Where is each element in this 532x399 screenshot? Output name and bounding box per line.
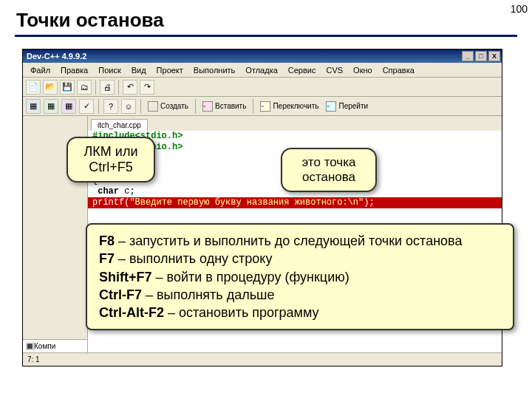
toolbar-secondary: ▦ ▦ ▦ ✓ ? ☺ Создать ◦Вставить ◦Переключи…	[23, 97, 502, 116]
sidebar-tab-label: Компи	[34, 342, 55, 350]
compile-icon[interactable]: ▦	[26, 99, 41, 114]
print-icon[interactable]: 🖨	[100, 80, 115, 95]
help-icon[interactable]: ?	[103, 99, 118, 114]
title-underline	[15, 35, 517, 37]
redo-icon[interactable]: ↷	[140, 80, 154, 95]
menu-cvs[interactable]: CVS	[321, 64, 347, 76]
menu-search[interactable]: Поиск	[94, 64, 125, 76]
toggle-icon: ◦	[260, 101, 270, 112]
toolbar-main: 📄 📂 💾 🗂 🖨 ↶ ↷	[23, 78, 502, 97]
menu-help[interactable]: Справка	[378, 64, 419, 76]
callout-text: Ctrl+F5	[78, 160, 143, 175]
menu-project[interactable]: Проект	[152, 64, 188, 76]
callout-text: ЛКМ или	[78, 144, 143, 160]
insert-label: Вставить	[215, 102, 246, 110]
slide-title: Точки останова	[0, 0, 532, 35]
instr-f8: F8 – запустить и выполнить до следующей …	[99, 232, 501, 250]
about-icon[interactable]: ☺	[121, 99, 136, 114]
instr-f7: F7 – выполнить одну строку	[99, 250, 501, 267]
sidebar-tab-compiler[interactable]: 🔳 Компи	[23, 339, 87, 352]
separator	[140, 99, 141, 114]
create-icon	[148, 101, 158, 112]
instr-ctrl-f7: Ctrl-F7 – выполнять дальше	[99, 286, 501, 304]
separator	[95, 80, 96, 95]
menu-file[interactable]: Файл	[26, 64, 55, 76]
callout-breakpoint: это точка останова	[281, 148, 377, 192]
insert-button[interactable]: ◦Вставить	[200, 100, 248, 113]
rebuild-icon[interactable]: ▦	[61, 99, 76, 114]
create-button[interactable]: Создать	[146, 100, 191, 113]
window-title: Dev-C++ 4.9.9.2	[24, 52, 460, 61]
editor-tabs: itch_char.cpp	[88, 116, 502, 131]
callout-lmb: ЛКМ или Ctrl+F5	[66, 137, 155, 183]
separator	[253, 99, 253, 114]
close-button[interactable]: X	[488, 51, 500, 61]
open-icon[interactable]: 📂	[43, 80, 58, 95]
maximize-button[interactable]: □	[475, 51, 487, 61]
cursor-position: 7: 1	[27, 355, 40, 364]
callout-text: это точка	[293, 155, 365, 170]
insert-icon: ◦	[202, 101, 213, 112]
callout-text: останова	[293, 170, 365, 185]
minimize-button[interactable]: _	[462, 51, 474, 61]
separator	[98, 99, 99, 114]
editor-tab[interactable]: itch_char.cpp	[91, 119, 148, 131]
toggle-label: Переключить	[273, 102, 318, 110]
instr-ctrl-alt-f2: Ctrl-Alt-F2 – остановить программу	[99, 304, 501, 321]
menu-window[interactable]: Окно	[349, 64, 377, 76]
save-icon[interactable]: 💾	[60, 80, 75, 95]
new-icon[interactable]: 📄	[26, 80, 41, 95]
menu-run[interactable]: Выполнить	[189, 64, 239, 76]
run-icon[interactable]: ▦	[44, 99, 58, 114]
menu-tools[interactable]: Сервис	[284, 64, 321, 76]
instructions-box: F8 – запустить и выполнить до следующей …	[86, 223, 514, 330]
instr-shift-f7: Shift+F7 – войти в процедуру (функцию)	[99, 268, 501, 286]
menu-edit[interactable]: Правка	[56, 64, 92, 76]
debug-icon[interactable]: ✓	[79, 99, 94, 114]
separator	[118, 80, 119, 95]
statusbar: 7: 1	[23, 352, 502, 366]
goto-icon: ◦	[326, 101, 336, 112]
goto-label: Перейти	[338, 102, 368, 110]
breakpoint-line[interactable]: printf("Введите первую букву названия жи…	[88, 197, 502, 208]
toggle-button[interactable]: ◦Переключить	[258, 100, 321, 113]
menubar: Файл Правка Поиск Вид Проект Выполнить О…	[23, 63, 502, 78]
saveall-icon[interactable]: 🗂	[77, 80, 92, 95]
menu-view[interactable]: Вид	[127, 64, 151, 76]
page-number: 100	[511, 3, 528, 15]
separator	[195, 99, 196, 114]
titlebar: Dev-C++ 4.9.9.2 _ □ X	[23, 50, 502, 63]
menu-debug[interactable]: Отладка	[241, 64, 282, 76]
create-label: Создать	[160, 102, 188, 110]
undo-icon[interactable]: ↶	[123, 80, 137, 95]
goto-button[interactable]: ◦Перейти	[324, 100, 370, 113]
